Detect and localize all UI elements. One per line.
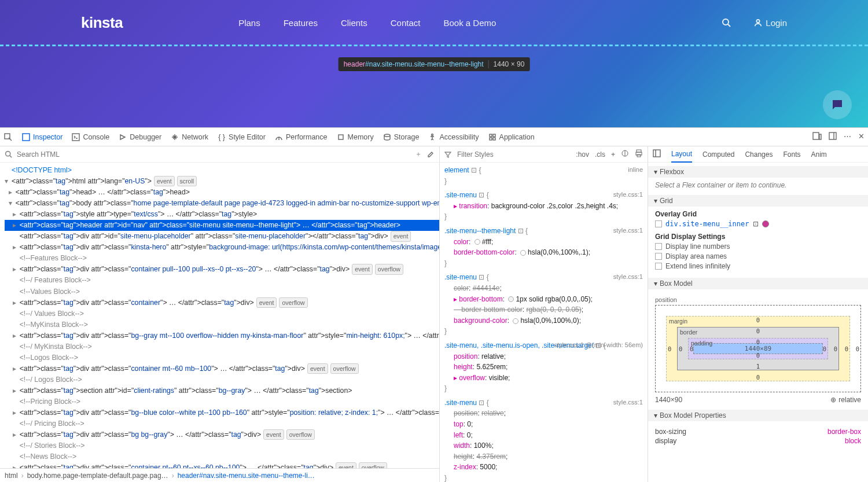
svg-rect-11 [490, 138, 492, 140]
kinsta-logo[interactable]: kinsta [81, 14, 123, 32]
flexbox-empty-msg: Select a Flex container or item to conti… [654, 178, 862, 195]
dom-search-bar: ＋ [0, 146, 439, 163]
svg-rect-4 [23, 134, 30, 141]
grid-overlay-item[interactable]: div.site-menu__inner ⊡ [655, 220, 861, 228]
svg-point-17 [6, 152, 10, 156]
dom-search-input[interactable] [17, 150, 410, 159]
svg-rect-6 [339, 135, 343, 139]
filter-styles-input[interactable] [457, 150, 570, 159]
svg-rect-14 [819, 134, 821, 139]
nav-features[interactable]: Features [284, 18, 318, 28]
cls-toggle[interactable]: .cls [595, 150, 605, 159]
lt-animations[interactable]: Anim [811, 147, 826, 162]
tab-application[interactable]: Application [488, 133, 535, 141]
svg-point-8 [432, 134, 433, 135]
tab-performance[interactable]: Performance [275, 133, 328, 141]
highlight-icon[interactable]: ⊡ [753, 220, 759, 228]
svg-rect-12 [493, 138, 495, 140]
print-media-icon[interactable] [635, 149, 643, 159]
search-icon[interactable] [722, 18, 731, 27]
svg-line-1 [728, 24, 730, 27]
element-picker-icon[interactable] [3, 133, 13, 142]
layout-panel: Layout Computed Changes Fonts Anim ▾ Fle… [648, 146, 868, 482]
dom-panel: ＋ <!DOCTYPE html>▾<attr">class="tag">htm… [0, 146, 440, 482]
dock-side-icon[interactable] [829, 132, 837, 142]
nav-plans[interactable]: Plans [238, 18, 260, 28]
svg-rect-9 [490, 134, 492, 137]
tab-debugger[interactable]: Debugger [119, 133, 161, 141]
nav-contact[interactable]: Contact [391, 18, 421, 28]
boxmodel-section-header[interactable]: ▾ Box Model [648, 278, 868, 289]
lt-computed[interactable]: Computed [703, 147, 734, 162]
nav-clients[interactable]: Clients [341, 18, 367, 28]
box-props-section-header[interactable]: ▾ Box Model Properties [648, 410, 868, 421]
site-header: kinsta Plans Features Clients Contact Bo… [0, 0, 868, 46]
grid-color-swatch[interactable] [762, 220, 769, 227]
tab-network[interactable]: Network [171, 133, 208, 141]
add-node-button[interactable]: ＋ [415, 149, 422, 159]
chat-widget-icon[interactable] [823, 90, 852, 119]
svg-rect-15 [829, 133, 836, 139]
svg-point-7 [384, 134, 390, 137]
flexbox-section-header[interactable]: ▾ Flexbox [648, 166, 868, 178]
nav-book-demo[interactable]: Book a Demo [443, 18, 496, 28]
devtools-tabs: Inspector Console Debugger Network { }St… [0, 128, 868, 146]
styles-rules[interactable]: inlineelement ⊡ {}style.css:1.site-menu … [440, 163, 648, 482]
svg-rect-23 [653, 150, 660, 157]
svg-rect-10 [493, 134, 495, 137]
grid-section-header[interactable]: ▾ Grid [648, 195, 868, 207]
grid-opt-area-names[interactable]: Display area names [655, 252, 861, 260]
prop-row: box-sizingborder-box [655, 427, 861, 436]
overlay-grid-label: Overlay Grid [655, 210, 861, 218]
svg-line-18 [10, 156, 12, 157]
svg-rect-20 [637, 150, 641, 152]
svg-point-2 [757, 20, 760, 23]
site-nav: Plans Features Clients Contact Book a De… [238, 18, 496, 28]
styles-panel: :hov .cls + inlineelement ⊡ {}style.css:… [440, 146, 648, 482]
tab-inspector[interactable]: Inspector [22, 133, 62, 141]
tab-storage[interactable]: Storage [383, 133, 420, 141]
more-options-icon[interactable]: ⋯ [844, 132, 851, 142]
svg-point-0 [723, 19, 729, 25]
grid-opt-extend-lines[interactable]: Extend lines infinitely [655, 262, 861, 270]
close-devtools-icon[interactable]: ✕ [858, 132, 865, 142]
tab-console[interactable]: Console [72, 133, 109, 141]
login-link[interactable]: Login [754, 18, 787, 28]
light-dark-icon[interactable] [621, 149, 629, 159]
tab-memory[interactable]: Memory [337, 133, 374, 141]
lt-fonts[interactable]: Fonts [783, 147, 800, 162]
prop-row: displayblock [655, 436, 861, 446]
grid-opt-line-numbers[interactable]: Display line numbers [655, 242, 861, 251]
responsive-mode-icon[interactable] [812, 132, 822, 142]
grid-settings-label: Grid Display Settings [655, 233, 861, 241]
filter-icon [444, 151, 451, 158]
styles-toolbar: :hov .cls + [440, 146, 648, 163]
dom-breadcrumbs[interactable]: html› body.home.page-template-default.pa… [0, 468, 439, 482]
layout-body: ▾ Flexbox Select a Flex container or ite… [648, 163, 868, 482]
lt-layout[interactable]: Layout [671, 146, 692, 163]
lt-changes[interactable]: Changes [745, 147, 773, 162]
layout-panel-tabs: Layout Computed Changes Fonts Anim [648, 146, 868, 163]
svg-rect-5 [72, 134, 79, 141]
boxmodel-position-value: ⊕relative [830, 396, 861, 404]
tab-accessibility[interactable]: Accessibility [428, 133, 479, 141]
eyedropper-icon[interactable] [426, 149, 435, 159]
new-rule-button[interactable]: + [611, 150, 615, 159]
dom-tree[interactable]: <!DOCTYPE html>▾<attr">class="tag">html … [0, 163, 439, 468]
toggle-sidebar-icon[interactable] [653, 149, 661, 159]
tab-style-editor[interactable]: { }Style Editor [218, 133, 266, 141]
box-model-diagram: position 0 margin 0000 border 0100 paddi… [654, 293, 862, 410]
hov-toggle[interactable]: :hov [576, 150, 589, 159]
search-icon [5, 150, 12, 158]
devtools: Inspector Console Debugger Network { }St… [0, 127, 868, 482]
inspected-page-preview: kinsta Plans Features Clients Contact Bo… [0, 0, 868, 127]
boxmodel-dims: 1440×90 [655, 396, 682, 404]
element-inspect-tooltip: header#nav.site-menu.site-menu--theme-li… [339, 57, 530, 71]
svg-rect-13 [813, 133, 819, 139]
